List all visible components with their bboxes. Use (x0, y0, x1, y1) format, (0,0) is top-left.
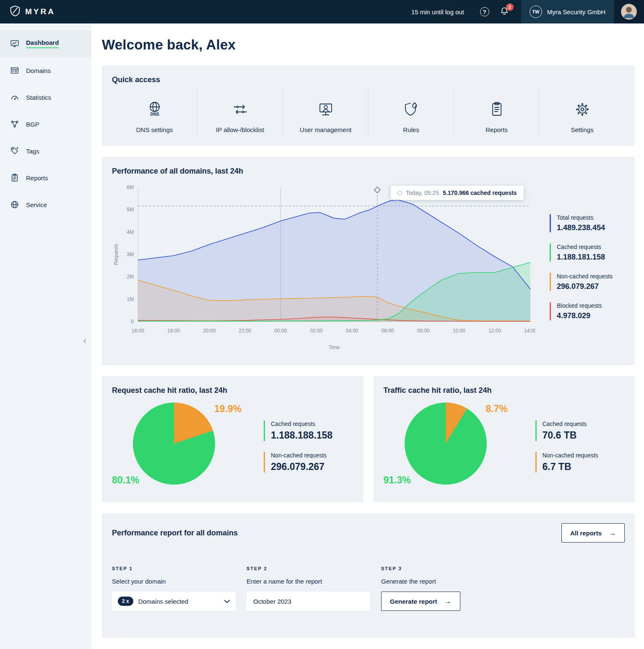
sidebar-item-label: Tags (26, 148, 39, 155)
legend-value: 6.7 TB (543, 461, 598, 472)
legend-label: Blocked requests (557, 302, 625, 309)
legend-label: Cached requests (271, 421, 332, 427)
report-title: Performance report for all domains (112, 529, 238, 537)
quick-access-dns-settings[interactable]: DNS DNS settings (112, 89, 197, 136)
svg-text:20:00: 20:00 (203, 328, 216, 334)
legend-cached-requests: Cached requests 70.6 TB (535, 421, 598, 441)
sidebar-item-bgp[interactable]: BGP (0, 111, 91, 138)
org-switcher[interactable]: TW Myra Security GmbH (521, 0, 614, 23)
domain-select-dropdown[interactable]: 2 x Domains selected (112, 592, 236, 611)
sidebar-item-service[interactable]: Service (0, 191, 91, 218)
legend-value: 1.489.238.454 (557, 223, 625, 232)
sidebar-item-label: Service (26, 201, 47, 208)
sidebar-item-tags[interactable]: Tags (0, 138, 91, 164)
quick-access-title: Quick access (112, 75, 625, 84)
selected-count-badge: 2 x (118, 597, 133, 606)
sidebar-item-statistics[interactable]: Statistics (0, 84, 91, 111)
quick-access-ip-allow-blocklist[interactable]: IP allow-/blocklist (197, 89, 283, 136)
myra-logo-icon (9, 5, 21, 18)
legend-cached-requests: Cached requests 1.188.188.158 (264, 421, 332, 441)
report-step-2: STEP 2 Enter a name for the report (247, 566, 370, 611)
svg-text:1M: 1M (127, 296, 134, 302)
legend-value: 70.6 TB (543, 430, 598, 441)
sidebar-item-label: Domains (26, 67, 51, 74)
quick-access-settings[interactable]: Settings (539, 89, 625, 136)
generate-report-label: Generate report (390, 598, 437, 605)
sidebar-item-domains[interactable]: Domains (0, 57, 91, 84)
report-name-input[interactable] (247, 592, 370, 611)
quick-access-label: User management (300, 126, 351, 133)
legend-blocked-requests: Blocked requests 4.978.029 (550, 302, 625, 320)
legend-label: Total requests (557, 214, 625, 221)
report-step-3: STEP 3 Generate the report Generate repo… (381, 566, 460, 611)
chart-tooltip: Today, 05:25 5.170.966 cached requests (391, 186, 524, 200)
clipboard-icon (488, 100, 506, 120)
performance-chart[interactable]: 01M2M3M4M5M6M16:0018:0020:0022:0000:0002… (112, 179, 535, 355)
report-step-1: STEP 1 Select your domain 2 x Domains se… (112, 566, 236, 611)
svg-text:22:00: 22:00 (239, 328, 251, 334)
step-eyebrow: STEP 1 (112, 566, 236, 571)
legend-cached-requests: Cached requests 1.188.181.158 (550, 244, 625, 262)
main-content: Welcome back, Alex Quick access DNS DNS … (91, 23, 644, 649)
arrow-right-icon: → (608, 529, 616, 537)
org-name: Myra Security GmbH (547, 8, 605, 16)
request-cache-title: Request cache hit ratio, last 24h (112, 386, 353, 395)
org-avatar: TW (530, 5, 542, 18)
legend-non-cached-requests: Non-cached requests 6.7 TB (535, 452, 598, 472)
shield-flame-icon (402, 100, 421, 120)
performance-panel: Performance of all domains, last 24h 01M… (102, 157, 635, 365)
step-label: Generate the report (381, 578, 460, 585)
sidebar-item-reports[interactable]: Reports (0, 164, 91, 191)
svg-text:14:00: 14:00 (524, 328, 535, 334)
request-cache-panel: Request cache hit ratio, last 24h 19.9% … (102, 376, 364, 502)
traffic-cache-legend: Cached requests 70.6 TB Non-cached reque… (535, 421, 598, 472)
performance-title: Performance of all domains, last 24h (112, 167, 625, 176)
legend-value: 296.079.267 (557, 282, 625, 291)
brand-name: MYRA (25, 7, 55, 16)
chevron-down-icon (224, 597, 230, 605)
quick-access-grid: DNS DNS settings IP allow-/blocklist (112, 89, 625, 136)
all-reports-button[interactable]: All reports → (561, 523, 625, 543)
svg-text:08:00: 08:00 (417, 328, 430, 334)
sidebar-item-label: Reports (26, 174, 48, 182)
arrow-right-icon: → (444, 597, 452, 605)
legend-non-cached-requests: Non-cached requests 296.079.267 (550, 273, 625, 291)
request-cache-pie-chart (133, 402, 215, 485)
legend-value: 1.188.181.158 (557, 253, 625, 262)
help-button[interactable]: ? (475, 0, 494, 23)
logout-timer: 15 min until log out (411, 0, 464, 23)
svg-text:DNS: DNS (150, 112, 159, 117)
sidebar: Dashboard Domains Statistics (0, 23, 91, 649)
chart-legend: Total requests 1.489.238.454 Cached requ… (535, 214, 625, 320)
statistics-icon (10, 93, 19, 102)
non-cached-percentage: 8.7% (486, 403, 508, 415)
quick-access-reports[interactable]: Reports (454, 89, 539, 136)
quick-access-user-management[interactable]: User management (283, 89, 368, 136)
svg-text:Time: Time (329, 345, 340, 350)
step-eyebrow: STEP 3 (381, 566, 460, 571)
sidebar-item-label: Dashboard (26, 39, 59, 48)
performance-report-panel: Performance report for all domains All r… (102, 513, 635, 638)
sidebar-item-dashboard[interactable]: Dashboard (0, 30, 91, 57)
user-menu[interactable] (614, 0, 644, 23)
step-label: Enter a name for the report (247, 578, 370, 585)
request-cache-legend: Cached requests 1.188.188.158 Non-cached… (264, 421, 332, 472)
svg-text:0: 0 (131, 319, 134, 324)
legend-label: Non-cached requests (543, 452, 598, 459)
gear-icon (573, 100, 592, 120)
legend-total-requests: Total requests 1.489.238.454 (550, 214, 625, 232)
quick-access-rules[interactable]: Rules (368, 89, 454, 136)
sidebar-collapse-button[interactable]: ‹ (80, 335, 90, 347)
traffic-cache-title: Traffic cache hit ratio, last 24h (384, 386, 625, 395)
legend-value: 4.978.029 (557, 312, 625, 320)
svg-text:16:00: 16:00 (132, 328, 144, 334)
bgp-icon (10, 119, 19, 129)
quick-access-label: DNS settings (136, 126, 173, 133)
cached-percentage: 80.1% (112, 475, 139, 486)
dropdown-value: Domains selected (138, 598, 219, 605)
svg-text:2M: 2M (127, 274, 134, 280)
step-eyebrow: STEP 2 (247, 566, 370, 571)
generate-report-button[interactable]: Generate report → (381, 592, 460, 611)
notifications-button[interactable]: 2 (494, 0, 514, 23)
notification-badge: 2 (506, 3, 514, 11)
